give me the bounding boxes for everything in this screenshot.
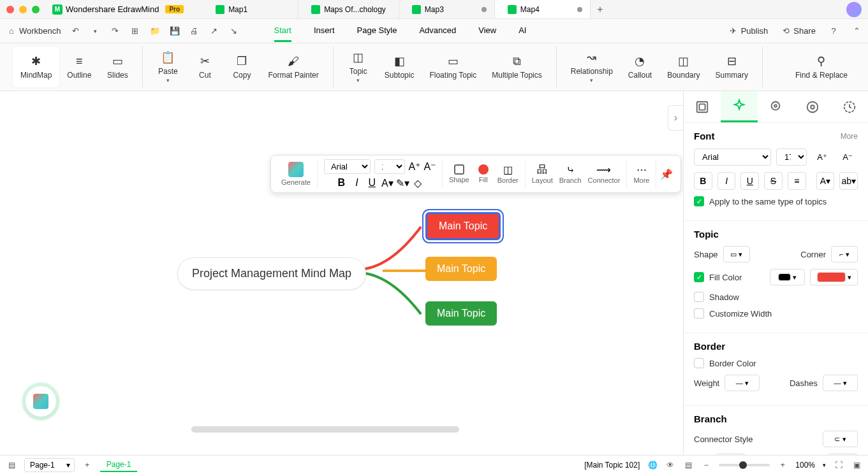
- branch-button[interactable]: ⤷Branch: [559, 164, 582, 184]
- callout-button[interactable]: ◔Callout: [621, 47, 659, 87]
- panel-tab-history[interactable]: [831, 91, 868, 122]
- menu-page-style[interactable]: Page Style: [357, 20, 397, 42]
- corner-dropdown[interactable]: ⌐ ▾: [831, 246, 858, 262]
- central-topic[interactable]: Project Management Mind Map: [177, 257, 366, 290]
- zoom-in-button[interactable]: +: [777, 460, 788, 470]
- add-page-button[interactable]: +: [82, 460, 92, 470]
- border-button[interactable]: ◫Border: [497, 164, 519, 184]
- dashes-dropdown[interactable]: — ▾: [823, 375, 858, 391]
- tab-map1[interactable]: Map1: [203, 0, 298, 18]
- font-family-select[interactable]: Arial: [324, 159, 371, 174]
- tab-maps-of[interactable]: Maps Of...chology: [298, 0, 399, 18]
- more-button[interactable]: ⋯ More: [627, 159, 656, 189]
- underline-button[interactable]: U: [366, 177, 378, 189]
- border-color-checkbox[interactable]: [694, 358, 704, 368]
- underline-button[interactable]: U: [740, 172, 759, 190]
- layers-button[interactable]: ▤: [683, 460, 693, 470]
- align-button[interactable]: ≡: [788, 172, 806, 190]
- pages-panel-button[interactable]: ▤: [6, 460, 17, 470]
- font-size-select[interactable]: 17: [776, 148, 807, 166]
- pin-button[interactable]: 📌: [656, 168, 677, 180]
- italic-button[interactable]: I: [717, 172, 736, 190]
- minimize-window-button[interactable]: [19, 6, 27, 13]
- menu-insert[interactable]: Insert: [314, 20, 335, 42]
- ai-assistant-button[interactable]: [26, 386, 56, 417]
- export-button[interactable]: ↗: [209, 26, 219, 36]
- custom-width-checkbox[interactable]: [694, 308, 704, 319]
- add-tab-button[interactable]: +: [591, 0, 610, 18]
- publish-button[interactable]: ✈Publish: [728, 26, 769, 36]
- cut-button[interactable]: ✂Cut: [186, 47, 223, 87]
- save-button[interactable]: 💾: [170, 26, 180, 36]
- import-button[interactable]: ↘: [229, 26, 239, 36]
- font-more-button[interactable]: More: [841, 132, 858, 141]
- copy-button[interactable]: ❐Copy: [223, 47, 260, 87]
- highlight-button[interactable]: ✎▾: [397, 177, 408, 189]
- clear-format-button[interactable]: ◇: [412, 177, 423, 189]
- format-painter-button[interactable]: 🖌Format Painter: [260, 47, 326, 87]
- floating-topic-button[interactable]: ▭Floating Topic: [422, 47, 484, 87]
- canvas[interactable]: Project Management Mind Map Main Topic M…: [0, 91, 683, 455]
- eye-button[interactable]: 👁: [665, 460, 675, 470]
- font-shrink-button[interactable]: A⁻: [837, 148, 858, 166]
- menu-view[interactable]: View: [478, 20, 496, 42]
- zoom-slider[interactable]: [719, 464, 770, 466]
- panel-tab-icons[interactable]: [758, 91, 795, 122]
- weight-dropdown[interactable]: — ▾: [725, 375, 760, 391]
- font-color-button[interactable]: A▾: [381, 177, 393, 189]
- summary-button[interactable]: ⊟Summary: [708, 47, 756, 87]
- main-topic-1[interactable]: Main Topic: [425, 212, 501, 240]
- fill-color-checkbox[interactable]: ✓: [694, 272, 704, 282]
- italic-button[interactable]: I: [351, 177, 362, 189]
- horizontal-scrollbar[interactable]: [191, 426, 459, 433]
- panel-tab-style[interactable]: [721, 91, 758, 122]
- help-button[interactable]: ?: [828, 26, 839, 36]
- find-replace-button[interactable]: ⚲Find & Replace: [788, 47, 855, 87]
- slides-button[interactable]: ▭Slides: [99, 47, 136, 87]
- bold-button[interactable]: B: [335, 177, 347, 189]
- layout-button[interactable]: 品Layout: [532, 164, 553, 184]
- main-topic-3[interactable]: Main Topic: [425, 301, 497, 326]
- maximize-window-button[interactable]: [32, 6, 40, 13]
- shadow-checkbox[interactable]: [694, 292, 704, 302]
- generate-section[interactable]: Generate: [275, 159, 318, 189]
- print-button[interactable]: 🖨: [189, 26, 200, 36]
- panel-tab-layout[interactable]: [684, 91, 721, 122]
- fill-button[interactable]: Fill: [478, 164, 489, 183]
- outline-button[interactable]: ≡Outline: [59, 47, 99, 87]
- new-button[interactable]: ⊞: [130, 26, 140, 36]
- main-topic-2[interactable]: Main Topic: [425, 257, 497, 281]
- case-button[interactable]: ab▾: [839, 172, 858, 190]
- menu-advanced[interactable]: Advanced: [419, 20, 456, 42]
- subtopic-button[interactable]: ◧Subtopic: [377, 47, 422, 87]
- share-button[interactable]: ⟲Share: [781, 26, 816, 36]
- undo-button[interactable]: ↶: [71, 26, 81, 36]
- strikethrough-button[interactable]: S: [764, 172, 783, 190]
- fit-screen-button[interactable]: ⛶: [834, 460, 844, 470]
- font-family-select[interactable]: Arial: [694, 148, 771, 166]
- fill-type-dropdown[interactable]: ▾: [770, 269, 805, 285]
- panel-tab-settings[interactable]: [794, 91, 831, 122]
- shape-button[interactable]: Shape: [449, 164, 469, 183]
- globe-button[interactable]: 🌐: [647, 460, 658, 470]
- fill-color-dropdown[interactable]: ▾: [810, 269, 858, 285]
- collapse-ribbon-button[interactable]: ⌃: [851, 26, 862, 36]
- connector-button[interactable]: ⟿Connector: [588, 164, 621, 184]
- zoom-thumb[interactable]: [739, 461, 747, 469]
- font-grow-button[interactable]: A⁺: [409, 161, 420, 173]
- apply-same-type-checkbox[interactable]: ✓: [694, 196, 704, 206]
- bold-button[interactable]: B: [694, 172, 712, 190]
- undo-dropdown[interactable]: ▾: [91, 26, 101, 36]
- menu-start[interactable]: Start: [274, 20, 291, 42]
- close-window-button[interactable]: [6, 6, 14, 13]
- paste-button[interactable]: 📋Paste▾: [149, 47, 186, 87]
- shape-dropdown[interactable]: ▭ ▾: [723, 246, 750, 262]
- font-size-select[interactable]: 17: [374, 159, 405, 174]
- font-shrink-button[interactable]: A⁻: [424, 161, 436, 173]
- page-tab[interactable]: Page-1: [100, 458, 138, 472]
- workbench-button[interactable]: ⌂Workbench: [6, 26, 61, 36]
- user-avatar[interactable]: [846, 2, 862, 17]
- zoom-value[interactable]: 100%: [795, 461, 815, 470]
- multiple-topics-button[interactable]: ⧉Multiple Topics: [484, 47, 549, 87]
- font-grow-button[interactable]: A⁺: [812, 148, 832, 166]
